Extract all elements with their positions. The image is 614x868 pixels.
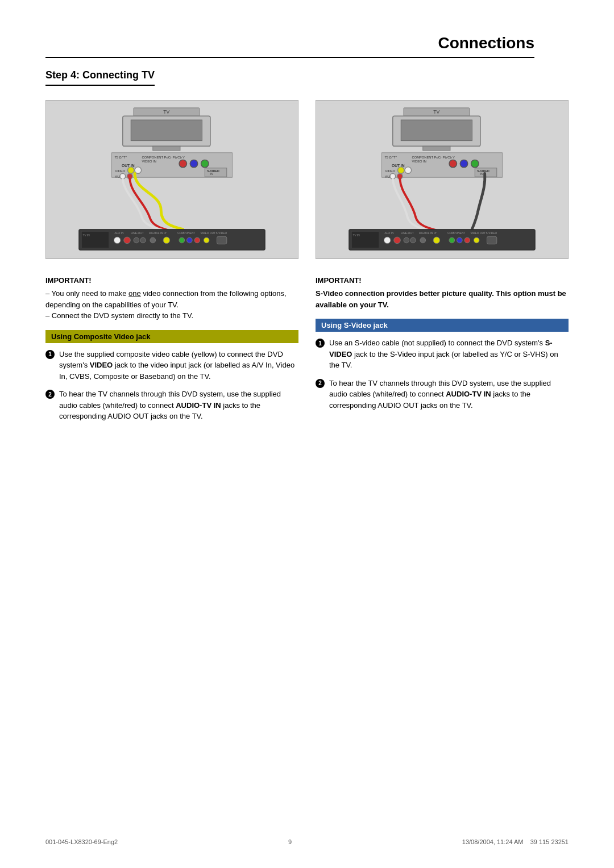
- svg-text:OUT  IN: OUT IN: [122, 164, 135, 168]
- svg-point-38: [187, 237, 193, 243]
- right-important-text: S-Video connection provides better pictu…: [316, 288, 569, 310]
- right-step-1: 1 Use an S-video cable (not supplied) to…: [316, 337, 569, 371]
- svg-point-56: [471, 160, 479, 167]
- svg-point-71: [394, 237, 401, 244]
- right-step-2-text: To hear the TV channels through this DVD…: [329, 378, 569, 411]
- right-important-box: IMPORTANT! S-Video connection provides b…: [316, 276, 569, 310]
- page-content: Connections Step 4: Connecting TV TV: [0, 0, 614, 868]
- svg-point-30: [134, 237, 139, 243]
- left-step-1-text: Use the supplied composite video cable (…: [59, 349, 298, 382]
- svg-text:IN: IN: [210, 172, 213, 176]
- svg-text:TV IN: TV IN: [353, 234, 360, 237]
- svg-text:OUT  IN: OUT IN: [392, 164, 405, 168]
- svg-text:TV: TV: [163, 109, 169, 115]
- svg-point-31: [140, 237, 146, 243]
- left-step-1-number: 1: [45, 350, 55, 359]
- svg-text:Pr: Pr: [434, 232, 437, 235]
- svg-point-10: [179, 160, 186, 167]
- left-important-text: – You only need to make one video connec…: [45, 288, 298, 322]
- svg-point-54: [449, 160, 457, 167]
- svg-point-16: [135, 167, 142, 174]
- svg-point-60: [405, 167, 412, 174]
- svg-text:VIDEO IN: VIDEO IN: [142, 160, 156, 163]
- right-step-1-text: Use an S-video cable (not supplied) to c…: [329, 337, 569, 371]
- left-step-1: 1 Use the supplied composite video cable…: [45, 349, 298, 382]
- svg-text:COMPONENT: COMPONENT: [177, 232, 195, 235]
- left-steps-list: 1 Use the supplied composite video cable…: [45, 349, 298, 422]
- svg-text:S-VIDEO: S-VIDEO: [216, 232, 227, 235]
- svg-text:S-VIDEO: S-VIDEO: [486, 232, 497, 235]
- right-content: IMPORTANT! S-Video connection provides b…: [316, 276, 569, 429]
- svg-point-11: [190, 160, 197, 167]
- left-step-2-number: 2: [45, 390, 55, 399]
- svg-point-83: [464, 237, 470, 243]
- svg-text:75 Ω "T": 75 Ω "T": [384, 156, 397, 159]
- svg-text:DIGITAL IN: DIGITAL IN: [149, 232, 163, 235]
- svg-text:COMPONENT  Pr/Cr  Pb/Cb  Y: COMPONENT Pr/Cr Pb/Cb Y: [142, 156, 185, 159]
- svg-point-15: [127, 167, 134, 174]
- svg-point-59: [397, 167, 404, 174]
- svg-point-27: [124, 237, 131, 244]
- svg-rect-87: [487, 236, 496, 244]
- diagrams-row: TV 75 Ω "T" COMPONENT Pr/Cr Pb/Cb Y VIDE…: [45, 100, 569, 259]
- svg-rect-43: [217, 236, 226, 244]
- svg-rect-48: [401, 120, 472, 141]
- svg-text:VIDEO OUT: VIDEO OUT: [471, 232, 486, 235]
- svg-point-81: [449, 237, 455, 243]
- svg-text:IN: IN: [480, 172, 483, 176]
- svg-text:AUX IN: AUX IN: [114, 232, 124, 235]
- right-diagram-col: TV 75 Ω "T" COMPONENT Pr/Cr Pb/Cb Y VIDE…: [316, 100, 569, 259]
- svg-point-39: [194, 237, 200, 243]
- right-steps-list: 1 Use an S-video cable (not supplied) to…: [316, 337, 569, 411]
- left-important-label: IMPORTANT!: [45, 276, 298, 285]
- svg-text:VIDEO IN: VIDEO IN: [412, 160, 426, 163]
- svg-text:AUX IN: AUX IN: [384, 232, 394, 235]
- right-step-2-number: 2: [316, 379, 325, 388]
- svg-rect-5: [153, 146, 180, 151]
- svg-point-75: [410, 237, 416, 243]
- right-diagram: TV 75 Ω "T" COMPONENT Pr/Cr Pb/Cb Y VIDE…: [316, 100, 569, 259]
- svg-point-82: [457, 237, 463, 243]
- svg-point-74: [404, 237, 409, 243]
- footer: 001-045-LX8320-69-Eng2 9 13/08/2004, 11:…: [45, 838, 569, 845]
- right-step-2: 2 To hear the TV channels through this D…: [316, 378, 569, 411]
- right-important-label: IMPORTANT!: [316, 276, 569, 285]
- svg-point-12: [201, 160, 209, 167]
- svg-text:Pr: Pr: [164, 232, 167, 235]
- svg-text:VIDEO OUT: VIDEO OUT: [201, 232, 215, 235]
- footer-date: 13/08/2004, 11:24 AM: [462, 838, 524, 845]
- left-content: IMPORTANT! – You only need to make one v…: [45, 276, 298, 429]
- right-section-heading: Using S-Video jack: [316, 319, 569, 332]
- footer-left: 001-045-LX8320-69-Eng2: [45, 838, 118, 845]
- svg-text:VIDEO: VIDEO: [385, 169, 395, 173]
- svg-rect-49: [423, 146, 450, 151]
- svg-rect-4: [131, 120, 202, 141]
- svg-text:COMPONENT  Pr/Cr  Pb/Cb  Y: COMPONENT Pr/Cr Pb/Cb Y: [412, 156, 455, 159]
- step-heading: Step 4: Connecting TV: [45, 69, 155, 86]
- svg-point-37: [179, 237, 185, 243]
- page-title: Connections: [45, 34, 534, 58]
- left-diagram-col: TV 75 Ω "T" COMPONENT Pr/Cr Pb/Cb Y VIDE…: [45, 100, 298, 259]
- svg-point-55: [460, 160, 467, 167]
- svg-point-79: [433, 237, 440, 244]
- svg-text:VIDEO: VIDEO: [115, 169, 125, 173]
- left-important-box: IMPORTANT! – You only need to make one v…: [45, 276, 298, 322]
- svg-point-26: [114, 237, 121, 244]
- left-diagram: TV 75 Ω "T" COMPONENT Pr/Cr Pb/Cb Y VIDE…: [45, 100, 298, 259]
- svg-point-35: [163, 237, 170, 244]
- svg-text:DIGITAL IN: DIGITAL IN: [419, 232, 433, 235]
- svg-point-85: [474, 237, 479, 243]
- svg-text:75 Ω "T": 75 Ω "T": [114, 156, 127, 159]
- footer-center: 9: [288, 838, 292, 845]
- svg-point-41: [204, 237, 209, 243]
- svg-point-33: [150, 237, 156, 243]
- left-section-heading: Using Composite Video jack: [45, 330, 298, 343]
- svg-point-77: [420, 237, 426, 243]
- left-step-2-text: To hear the TV channels through this DVD…: [59, 389, 298, 422]
- svg-text:COMPONENT: COMPONENT: [447, 232, 465, 235]
- svg-point-70: [384, 237, 391, 244]
- svg-text:TV: TV: [433, 109, 439, 115]
- left-step-2: 2 To hear the TV channels through this D…: [45, 389, 298, 422]
- content-row: IMPORTANT! – You only need to make one v…: [45, 276, 569, 429]
- svg-text:TV IN: TV IN: [83, 234, 90, 237]
